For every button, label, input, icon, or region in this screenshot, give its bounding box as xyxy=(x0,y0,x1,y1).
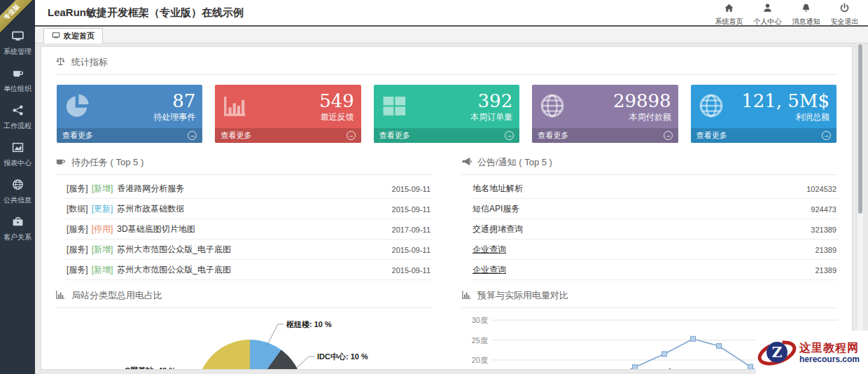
bell-icon xyxy=(801,4,811,15)
todo-title-link[interactable]: 苏州大市范围公众版_电子底图 xyxy=(117,244,231,254)
y-axis-tick: 30度 xyxy=(472,316,488,324)
view-more-bar[interactable]: 查看更多→ xyxy=(57,128,202,143)
arrow-circle-icon[interactable]: → xyxy=(188,131,197,140)
header-action-user[interactable]: 个人中心 xyxy=(748,3,787,27)
stats-section-title: 统计指标 xyxy=(71,56,108,69)
watermark-site-name: 这里教程网 xyxy=(799,341,860,354)
todo-row[interactable]: [服务][新增]苏州大市范围公众版_电子底图2015-09-11 xyxy=(65,240,432,260)
notice-title-link[interactable]: 地名地址解析 xyxy=(472,183,523,193)
arrow-circle-icon[interactable]: → xyxy=(505,131,514,140)
pie-slice-label: C网基站: 40 % xyxy=(125,366,176,370)
y-axis-tick: 25度 xyxy=(472,336,488,345)
notice-row[interactable]: 企业查询21389 xyxy=(471,240,838,260)
notice-title-link[interactable]: 短信API服务 xyxy=(472,204,519,214)
monitor-icon xyxy=(11,32,24,44)
sidebar-item-monitor[interactable]: 系统管理 xyxy=(0,25,35,62)
todo-title-link[interactable]: 苏州大市范围公众版_电子底图 xyxy=(117,265,231,275)
header: LeaRun敏捷开发框架（专业版）在线示例 系统首页个人中心消息通知安全退出 xyxy=(35,0,868,27)
view-more-label: 查看更多 xyxy=(379,130,410,141)
todo-date: 2017-09-11 xyxy=(392,226,430,234)
kpi-card-3[interactable]: 29898本周付款额查看更多→ xyxy=(532,85,678,143)
vertical-scrollbar[interactable] xyxy=(857,43,863,374)
arrow-circle-icon[interactable]: → xyxy=(822,131,831,140)
kpi-card-1[interactable]: 549最近反馈查看更多→ xyxy=(215,85,360,143)
todo-row[interactable]: [数据][更新]苏州市政基础数据2015-09-11 xyxy=(65,199,432,219)
notice-title-link[interactable]: 交通拥堵查询 xyxy=(472,224,523,234)
todo-row[interactable]: [服务][新增]苏州大市范围公众版_电子底图2015-09-11 xyxy=(65,260,432,280)
notice-row[interactable]: 地名地址解析1024532 xyxy=(471,179,838,199)
kpi-card-2[interactable]: 392本周订单量查看更多→ xyxy=(374,85,519,143)
todo-section-title: 待办任务 ( Top 5 ) xyxy=(71,156,144,169)
kpi-value: 392 xyxy=(470,91,512,111)
kpi-card-4[interactable]: 121, 5M$利润总额查看更多→ xyxy=(691,85,836,143)
kpi-card-0[interactable]: 87待处理事件查看更多→ xyxy=(57,85,202,143)
kpi-value: 121, 5M$ xyxy=(741,91,830,111)
kpi-label: 本周付款额 xyxy=(613,111,671,123)
todo-category: [服务] xyxy=(66,183,88,193)
view-more-bar[interactable]: 查看更多→ xyxy=(215,128,360,143)
kpi-card-body: 29898本周付款额 xyxy=(532,85,678,128)
arrow-circle-icon[interactable]: → xyxy=(346,131,356,140)
header-action-power[interactable]: 安全退出 xyxy=(825,3,864,27)
todo-row[interactable]: [服务][停用]3D基础底图切片地图2017-09-11 xyxy=(65,219,432,240)
square-marker xyxy=(748,364,753,369)
sidebar-item-label: 公共信息 xyxy=(0,195,35,205)
view-more-label: 查看更多 xyxy=(696,130,727,141)
kpi-card-body: 121, 5M$利润总额 xyxy=(691,85,836,128)
todo-title-link[interactable]: 3D基础底图切片地图 xyxy=(117,224,195,234)
notice-list: 地名地址解析1024532短信API服务924473交通拥堵查询321389企业… xyxy=(461,175,838,280)
tab-bar: 欢迎首页 xyxy=(35,27,868,43)
view-more-bar[interactable]: 查看更多→ xyxy=(691,128,836,143)
kpi-value: 29898 xyxy=(613,91,671,111)
watermark-logo: Z xyxy=(757,333,797,372)
notice-section-header: 公告/通知 ( Top 5 ) xyxy=(461,147,838,175)
windows-icon xyxy=(381,92,407,122)
tab-label: 欢迎首页 xyxy=(64,31,94,41)
sidebar-item-report[interactable]: 报表中心 xyxy=(0,137,35,174)
square-marker xyxy=(662,352,667,356)
todo-row[interactable]: [服务][新增]香港路网分析服务2015-09-11 xyxy=(65,179,432,199)
kpi-value: 549 xyxy=(319,91,354,111)
monitor-icon xyxy=(52,32,60,41)
view-more-bar[interactable]: 查看更多→ xyxy=(374,128,519,143)
todo-list: [服务][新增]香港路网分析服务2015-09-11[数据][更新]苏州市政基础… xyxy=(55,175,432,280)
todo-section-header: 待办任务 ( Top 5 ) xyxy=(55,147,432,175)
todo-date: 2015-09-11 xyxy=(392,205,430,214)
todo-status-badge: [新增] xyxy=(92,265,113,275)
pie-chart-title: 局站分类型总用电占比 xyxy=(71,289,162,302)
todo-status-badge: [更新] xyxy=(92,204,113,214)
sidebar-item-briefcase[interactable]: 客户关系 xyxy=(0,211,35,248)
todo-category: [服务] xyxy=(66,244,88,254)
header-action-bell[interactable]: 消息通知 xyxy=(787,3,825,27)
notice-row[interactable]: 交通拥堵查询321389 xyxy=(471,219,838,240)
arrow-circle-icon[interactable]: → xyxy=(664,131,673,140)
kpi-value: 87 xyxy=(153,91,195,111)
watermark-link[interactable]: Z 这里教程网 herecours.com xyxy=(756,331,868,374)
notice-row[interactable]: 企业查询21389 xyxy=(471,260,838,280)
view-more-bar[interactable]: 查看更多→ xyxy=(532,128,678,143)
sidebar-item-share[interactable]: 工作流程 xyxy=(0,99,35,137)
user-icon xyxy=(762,4,773,15)
tab-welcome-home[interactable]: 欢迎首页 xyxy=(43,28,103,43)
kpi-card-body: 549最近反馈 xyxy=(215,85,360,128)
y-axis-tick: 20度 xyxy=(472,356,488,364)
kpi-label: 利润总额 xyxy=(741,111,830,123)
notice-row[interactable]: 短信API服务924473 xyxy=(471,199,838,219)
line-series-预算 xyxy=(605,339,780,370)
scale-icon xyxy=(55,56,66,69)
sidebar-item-cup[interactable]: 单位组织 xyxy=(0,62,35,99)
kpi-card-body: 87待处理事件 xyxy=(57,85,202,128)
todo-title-link[interactable]: 香港路网分析服务 xyxy=(117,183,184,193)
todo-date: 2015-09-11 xyxy=(392,185,430,193)
todo-title-link[interactable]: 苏州市政基础数据 xyxy=(117,204,184,214)
notice-count: 21389 xyxy=(815,266,836,275)
todo-date: 2015-09-11 xyxy=(392,266,430,275)
header-action-home[interactable]: 系统首页 xyxy=(710,3,748,27)
notice-section-title: 公告/通知 ( Top 5 ) xyxy=(477,156,552,169)
notice-title-link[interactable]: 企业查询 xyxy=(472,244,506,254)
sidebar-item-globe[interactable]: 公共信息 xyxy=(0,174,35,211)
notice-title-link[interactable]: 企业查询 xyxy=(472,265,506,275)
watermark-domain: herecours.com xyxy=(799,354,860,364)
scrollbar-thumb[interactable] xyxy=(858,44,862,214)
sidebar-item-label: 报表中心 xyxy=(0,158,35,168)
